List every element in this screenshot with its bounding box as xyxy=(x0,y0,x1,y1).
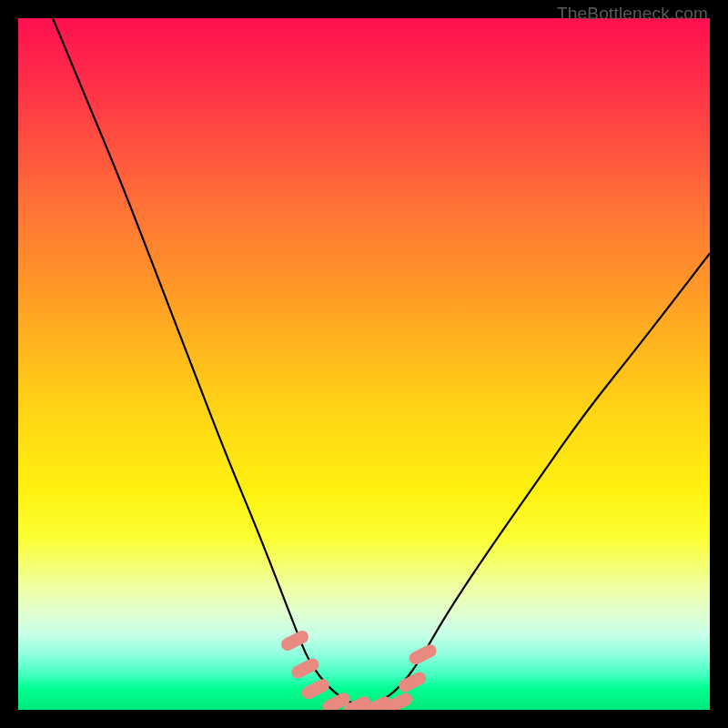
chart-container: TheBottleneck.com xyxy=(0,0,728,728)
plot-background-gradient xyxy=(18,18,710,710)
watermark-text: TheBottleneck.com xyxy=(557,4,708,24)
